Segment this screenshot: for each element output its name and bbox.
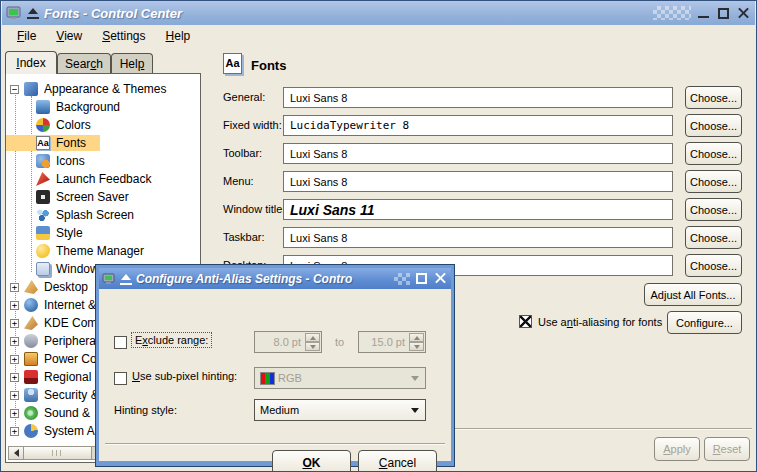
expand-icon[interactable]: + [10,319,19,328]
font-row-taskbar: Taskbar: Luxi Sans 8 Choose... [206,227,752,251]
expand-icon[interactable]: + [10,301,19,310]
sidebar-item-icons[interactable]: Icons [6,152,200,170]
expand-icon[interactable]: + [10,391,19,400]
font-preview-toolbar[interactable]: Luxi Sans 8 [283,143,673,164]
sidebar-item-fonts[interactable]: Aa Fonts [6,134,200,152]
dialog-close-button[interactable] [433,271,448,286]
menu-help[interactable]: Help [157,27,200,45]
expand-icon[interactable]: + [10,409,19,418]
maximize-button[interactable] [716,6,731,21]
reset-button[interactable]: Reset [704,437,750,461]
system-administration-icon [24,424,38,438]
dialog-title: Configure Anti-Alias Settings - Contro [136,272,390,286]
sidebar-item-background[interactable]: Background [6,98,200,116]
choose-button-fixed-width[interactable]: Choose... [685,114,742,137]
background-icon [36,100,50,114]
range-to-label: to [335,336,344,348]
range-to-spinner[interactable]: 15.0 pt [358,331,426,353]
expand-icon[interactable]: + [10,283,19,292]
desktop-icon [24,280,38,294]
style-icon [36,226,50,240]
choose-button-toolbar[interactable]: Choose... [685,142,742,165]
sub-pixel-hinting-checkbox[interactable] [114,372,127,385]
font-preview-fixed-width[interactable]: LucidaTypewriter 8 [283,115,673,136]
sub-pixel-order-dropdown[interactable]: RGB [254,367,426,389]
anti-aliasing-label: Use anti-aliasing for fonts [538,316,662,328]
expand-icon[interactable]: + [10,373,19,382]
splash-screen-icon [36,208,50,222]
window-title: Fonts - Control Center [44,6,648,21]
dialog-separator [105,443,445,445]
power-control-icon [24,352,38,366]
sound-icon [24,406,38,420]
peripherals-icon [24,334,38,348]
expand-icon[interactable]: + [10,355,19,364]
tab-index[interactable]: Index [5,51,57,74]
expand-icon[interactable]: + [10,337,19,346]
menu-view[interactable]: View [47,27,91,45]
font-row-toolbar: Toolbar: Luxi Sans 8 Choose... [206,143,752,167]
sidebar-item-style[interactable]: Style [6,224,200,242]
control-center-icon [102,272,116,286]
shade-button-icon[interactable] [120,273,132,285]
control-center-icon [6,5,22,21]
collapse-icon[interactable]: − [10,85,19,94]
cancel-button[interactable]: Cancel [358,450,437,472]
tab-search[interactable]: Search [57,53,111,74]
tab-help[interactable]: Help [111,53,153,74]
apply-button[interactable]: Apply [654,437,700,461]
font-preview-taskbar[interactable]: Luxi Sans 8 [283,227,673,248]
control-center-window: Fonts - Control Center File View Setting… [0,0,757,472]
sidebar-item-screen-saver[interactable]: Screen Saver [6,188,200,206]
theme-manager-icon [36,244,50,258]
window-decorations-icon [36,262,50,276]
scroll-left-icon[interactable] [9,447,24,459]
anti-alias-dialog: Configure Anti-Alias Settings - Contro E… [95,264,455,467]
sidebar-item-appearance-themes[interactable]: − Appearance & Themes [6,80,200,98]
spinner-arrows-icon[interactable] [409,333,424,351]
choose-button-desktop[interactable]: Choose... [685,254,742,277]
range-from-spinner[interactable]: 8.0 pt [254,331,322,353]
choose-button-general[interactable]: Choose... [685,86,742,109]
font-preview-window-title[interactable]: Luxi Sans 11 [283,199,673,220]
choose-button-window-title[interactable]: Choose... [685,198,742,221]
regional-icon [24,370,38,384]
choose-button-menu[interactable]: Choose... [685,170,742,193]
font-row-fixed-width: Fixed width: LucidaTypewriter 8 Choose..… [206,115,752,139]
adjust-all-fonts-button[interactable]: Adjust All Fonts... [644,283,742,306]
minimize-button[interactable] [696,6,711,21]
anti-aliasing-checkbox[interactable] [519,315,532,328]
icons-icon [36,154,50,168]
appearance-icon [24,82,38,96]
sidebar-item-launch-feedback[interactable]: Launch Feedback [6,170,200,188]
close-button[interactable] [736,6,751,21]
shade-button-icon[interactable] [27,7,39,19]
menu-settings[interactable]: Settings [93,27,154,45]
scrollbar-thumb[interactable] [24,447,92,459]
screen-saver-icon [36,190,50,204]
font-row-menu: Menu: Luxi Sans 8 Choose... [206,171,752,195]
menubar: File View Settings Help [2,25,755,47]
dialog-maximize-button[interactable] [414,271,429,286]
menu-file[interactable]: File [8,27,45,45]
font-row-window-title: Window title: Luxi Sans 11 Choose... [206,199,752,223]
kde-components-icon [24,316,38,330]
sidebar-item-theme-manager[interactable]: Theme Manager [6,242,200,260]
configure-button[interactable]: Configure... [667,311,742,334]
choose-button-taskbar[interactable]: Choose... [685,226,742,249]
sidebar-item-splash-screen[interactable]: Splash Screen [6,206,200,224]
ok-button[interactable]: OK [272,450,351,472]
exclude-range-checkbox[interactable] [114,336,127,349]
hinting-style-label: Hinting style: [114,404,177,416]
window-titlebar: Fonts - Control Center [2,1,755,25]
spinner-arrows-icon[interactable] [305,333,320,351]
sub-pixel-hinting-label: Use sub-pixel hinting: [132,370,237,382]
font-preview-general[interactable]: Luxi Sans 8 [283,87,673,108]
launch-feedback-icon [36,172,50,186]
hinting-style-dropdown[interactable]: Medium [254,399,426,421]
font-preview-menu[interactable]: Luxi Sans 8 [283,171,673,192]
sidebar-item-colors[interactable]: Colors [6,116,200,134]
titlebar-pattern [653,6,691,20]
selected-highlight: Aa Fonts [6,135,100,151]
expand-icon[interactable]: + [10,427,19,436]
